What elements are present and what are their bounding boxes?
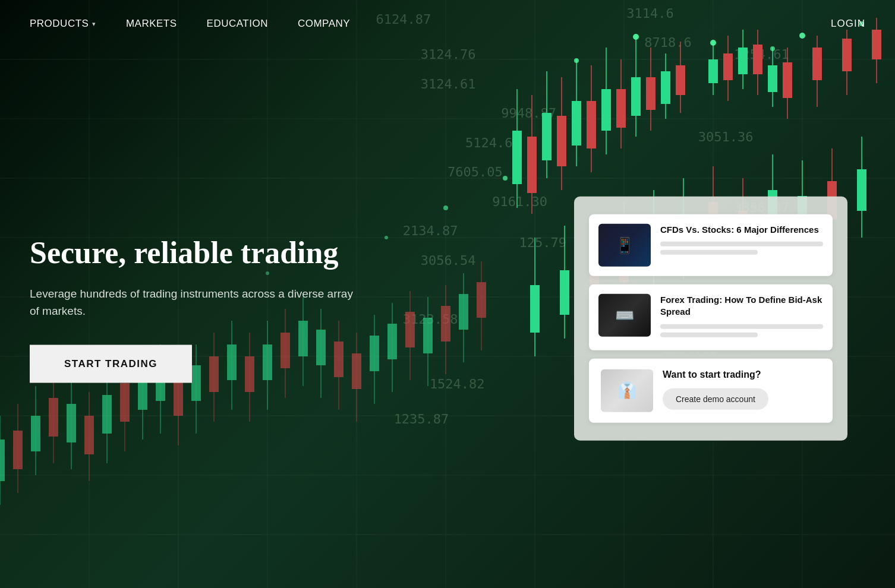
chevron-down-icon: ▾ xyxy=(92,20,96,28)
card-forex-title: Forex Trading: How To Define Bid-Ask Spr… xyxy=(660,294,823,318)
nav-company-label: COMPANY xyxy=(298,18,350,30)
nav-left: PRODUCTS ▾ MARKETS EDUCATION COMPANY xyxy=(30,18,350,30)
hero-subtitle: Leverage hundreds of trading instruments… xyxy=(30,284,357,320)
nav-markets-label: MARKETS xyxy=(126,18,177,30)
card-demo-image: 👔 xyxy=(601,369,653,412)
nav-education[interactable]: EDUCATION xyxy=(207,18,268,30)
card-forex-image: ⌨️ xyxy=(598,294,651,337)
card-cfds-content: CFDs Vs. Stocks: 6 Major Differences xyxy=(660,224,823,258)
card-cfds-line2 xyxy=(660,250,758,255)
card-demo-title: Want to start trading? xyxy=(663,369,768,380)
nav-login[interactable]: LOGIN xyxy=(831,18,865,30)
card-demo-text: Want to start trading? Create demo accou… xyxy=(663,369,768,409)
nav-education-label: EDUCATION xyxy=(207,18,268,30)
card-forex-line2 xyxy=(660,332,758,337)
card-forex-line1 xyxy=(660,324,823,328)
start-trading-button[interactable]: START TRADING xyxy=(30,344,192,382)
card-cfds-title: CFDs Vs. Stocks: 6 Major Differences xyxy=(660,224,823,236)
card-cfds[interactable]: 📱 CFDs Vs. Stocks: 6 Major Differences xyxy=(589,214,833,276)
card-forex[interactable]: ⌨️ Forex Trading: How To Define Bid-Ask … xyxy=(589,284,833,350)
card-forex-content: Forex Trading: How To Define Bid-Ask Spr… xyxy=(660,294,823,341)
create-demo-account-button[interactable]: Create demo account xyxy=(663,388,768,409)
card-demo-inner: 👔 Want to start trading? Create demo acc… xyxy=(601,369,768,412)
nav-markets[interactable]: MARKETS xyxy=(126,18,177,30)
nav-products-label: PRODUCTS xyxy=(30,18,89,30)
cards-panel: 📱 CFDs Vs. Stocks: 6 Major Differences ⌨… xyxy=(574,197,847,441)
card-cfds-image: 📱 xyxy=(598,224,651,267)
nav-company[interactable]: COMPANY xyxy=(298,18,350,30)
nav-login-label: LOGIN xyxy=(831,18,865,30)
card-demo: 👔 Want to start trading? Create demo acc… xyxy=(589,358,833,422)
hero-content: Secure, reliable trading Leverage hundre… xyxy=(30,235,357,383)
card-cfds-line1 xyxy=(660,242,823,246)
hero-title: Secure, reliable trading xyxy=(30,235,357,271)
navbar: PRODUCTS ▾ MARKETS EDUCATION COMPANY LOG… xyxy=(0,0,895,48)
nav-products[interactable]: PRODUCTS ▾ xyxy=(30,18,96,30)
